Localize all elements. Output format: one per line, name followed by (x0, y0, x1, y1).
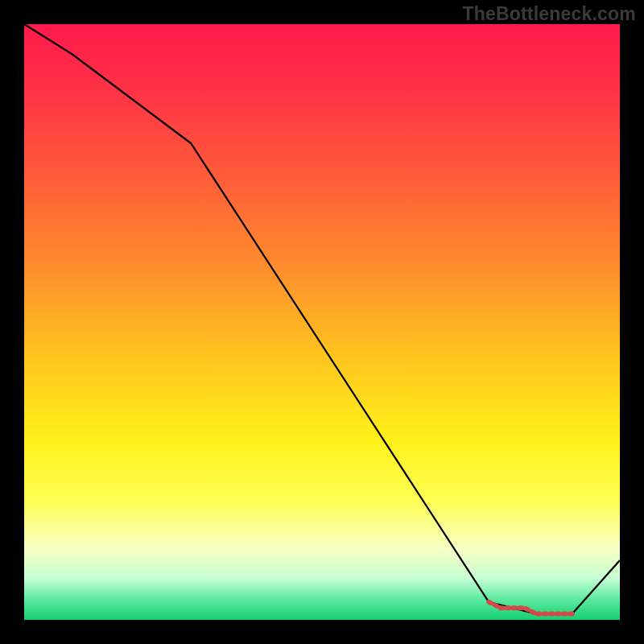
plot-background (24, 24, 620, 620)
bottleneck-chart (0, 0, 644, 644)
watermark-label: TheBottleneck.com (462, 3, 636, 25)
chart-frame: TheBottleneck.com (0, 0, 644, 644)
